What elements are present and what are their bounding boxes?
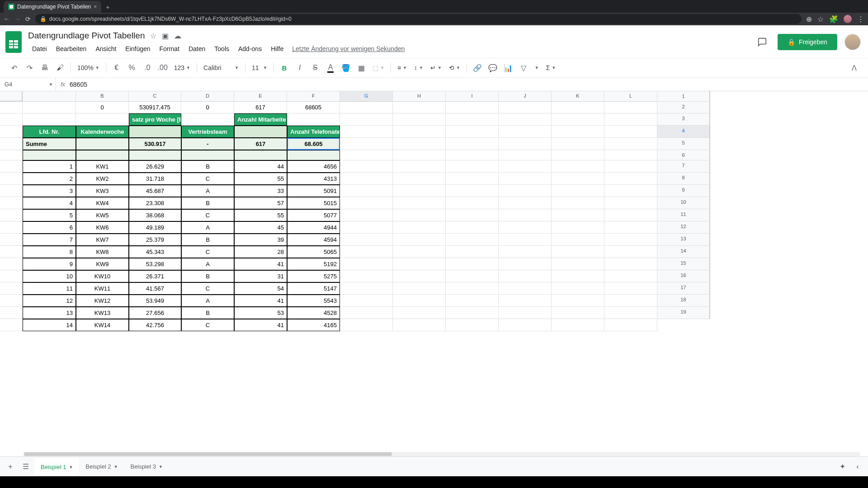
cell[interactable]	[340, 102, 393, 113]
cell[interactable]	[552, 221, 604, 234]
cell[interactable]	[552, 126, 604, 138]
paint-format-icon[interactable]: 🖌	[53, 61, 67, 75]
cell[interactable]	[604, 295, 657, 307]
data-telefonate[interactable]: 5091	[287, 185, 340, 197]
zoom-icon[interactable]: ⊕	[806, 15, 812, 23]
cell[interactable]	[0, 126, 23, 138]
row-header-9[interactable]: 9	[657, 185, 710, 197]
data-umsatz[interactable]: 23.308	[129, 197, 181, 209]
cell[interactable]	[393, 209, 446, 221]
cell[interactable]	[446, 234, 499, 246]
data-umsatz[interactable]: 45.687	[129, 185, 181, 197]
cell[interactable]	[446, 258, 499, 270]
rotate-select[interactable]: ⟲ ▼	[446, 61, 463, 75]
cell[interactable]	[552, 234, 604, 246]
cell[interactable]	[499, 185, 552, 197]
menu-tools[interactable]: Tools	[210, 42, 233, 55]
row-header-18[interactable]: 18	[657, 295, 710, 307]
cell[interactable]	[181, 113, 234, 126]
data-telefonate[interactable]: 4944	[287, 221, 340, 234]
data-team[interactable]: B	[181, 234, 234, 246]
cell[interactable]	[552, 197, 604, 209]
data-umsatz[interactable]: 53.949	[129, 295, 181, 307]
cell[interactable]	[23, 102, 76, 113]
cell[interactable]	[76, 113, 129, 126]
cell[interactable]	[446, 209, 499, 221]
cell[interactable]	[0, 282, 23, 295]
data-kw[interactable]: KW3	[76, 185, 129, 197]
extensions-icon[interactable]: 🧩	[829, 15, 838, 23]
text-color-icon[interactable]: A	[324, 61, 337, 75]
cell[interactable]	[393, 307, 446, 319]
header-blank-d[interactable]	[129, 126, 181, 138]
star-doc-icon[interactable]: ☆	[150, 32, 156, 40]
row-header-2[interactable]: 2	[657, 102, 710, 113]
cell[interactable]	[499, 160, 552, 173]
comment-insert-icon[interactable]: 💬	[486, 61, 500, 75]
font-size-select[interactable]: 11▼	[249, 61, 270, 75]
col-header-H[interactable]: H	[393, 91, 446, 102]
data-umsatz[interactable]: 31.718	[129, 173, 181, 185]
valign-select[interactable]: ↕ ▼	[411, 61, 426, 75]
data-mitarbeiter[interactable]: 33	[234, 185, 287, 197]
col-header-B[interactable]: B	[76, 91, 129, 102]
comments-icon[interactable]	[754, 34, 770, 50]
data-lfdnr[interactable]: 9	[23, 258, 76, 270]
cell[interactable]	[393, 150, 446, 160]
functions-select[interactable]: Σ ▼	[543, 61, 559, 75]
merge-select[interactable]: ⬚ ▼	[370, 61, 387, 75]
cell[interactable]	[0, 234, 23, 246]
cell[interactable]	[604, 234, 657, 246]
row-header-1[interactable]: 1	[657, 91, 710, 102]
col-header-J[interactable]: J	[499, 91, 552, 102]
cell[interactable]	[604, 221, 657, 234]
cell[interactable]	[0, 258, 23, 270]
cell[interactable]	[604, 102, 657, 113]
cell[interactable]	[0, 246, 23, 258]
row-header-6[interactable]: 6	[657, 150, 710, 160]
cell[interactable]	[340, 258, 393, 270]
cell[interactable]	[499, 258, 552, 270]
cell[interactable]	[446, 246, 499, 258]
sum-f[interactable]: 617	[234, 138, 287, 150]
cell[interactable]	[604, 113, 657, 126]
cell[interactable]	[0, 319, 23, 331]
header-kalenderwoche[interactable]: Kalenderwoche	[76, 126, 129, 138]
cell[interactable]	[446, 160, 499, 173]
cell[interactable]	[604, 150, 657, 160]
data-team[interactable]: A	[181, 258, 234, 270]
data-lfdnr[interactable]: 2	[23, 173, 76, 185]
row-header-12[interactable]: 12	[657, 221, 710, 234]
cell[interactable]	[552, 295, 604, 307]
last-edit-link[interactable]: Letzte Änderung vor wenigen Sekunden	[288, 42, 408, 55]
cell[interactable]	[340, 126, 393, 138]
cell[interactable]	[340, 221, 393, 234]
data-telefonate[interactable]: 4656	[287, 160, 340, 173]
cell[interactable]	[234, 150, 287, 160]
share-button[interactable]: 🔒 Freigeben	[778, 34, 837, 50]
header-lfdnr[interactable]: Lfd. Nr.	[23, 126, 76, 138]
cell[interactable]	[340, 270, 393, 282]
data-mitarbeiter[interactable]: 31	[234, 270, 287, 282]
chart-icon[interactable]: 📊	[501, 61, 515, 75]
cell[interactable]	[499, 173, 552, 185]
cell[interactable]	[499, 234, 552, 246]
sum-label[interactable]: Summe	[23, 138, 76, 150]
zoom-select[interactable]: 100%▼	[75, 61, 102, 75]
cell[interactable]	[23, 150, 76, 160]
cell[interactable]	[0, 102, 23, 113]
borders-icon[interactable]: ▦	[354, 61, 368, 75]
row-header-19[interactable]: 19	[657, 307, 710, 319]
cell[interactable]	[499, 221, 552, 234]
row-header-15[interactable]: 15	[657, 258, 710, 270]
cell[interactable]	[393, 270, 446, 282]
data-mitarbeiter[interactable]: 53	[234, 307, 287, 319]
redo-icon[interactable]: ↷	[23, 61, 36, 75]
data-telefonate[interactable]: 5065	[287, 246, 340, 258]
cell[interactable]	[499, 113, 552, 126]
col-header-C[interactable]: C	[129, 91, 181, 102]
row-header-5[interactable]: 5	[657, 138, 710, 150]
data-lfdnr[interactable]: 1	[23, 160, 76, 173]
header-telefonate[interactable]: Anzahl Telefonate	[287, 126, 340, 138]
data-kw[interactable]: KW2	[76, 173, 129, 185]
